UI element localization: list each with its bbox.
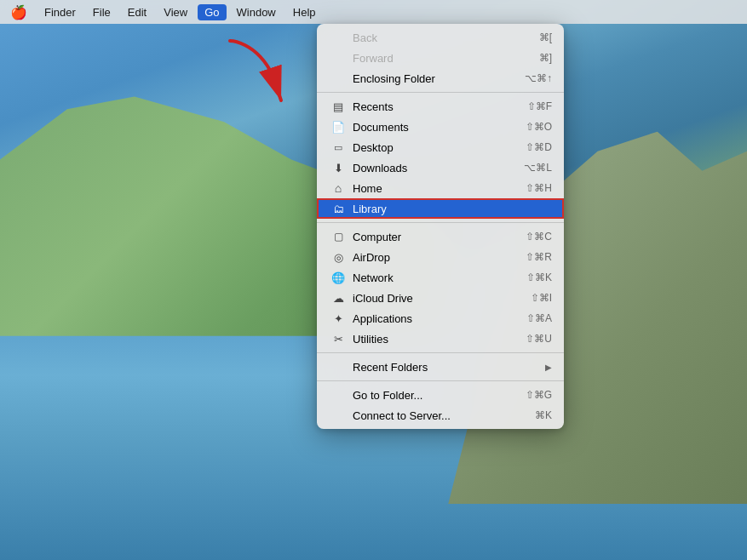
menu-item-desktop[interactable]: ▭ Desktop ⇧⌘D xyxy=(317,137,564,157)
airdrop-shortcut: ⇧⌘R xyxy=(526,251,552,263)
library-icon: 🗂 xyxy=(329,203,348,215)
separator-2 xyxy=(317,222,564,223)
documents-label: Documents xyxy=(353,121,526,134)
connect-server-shortcut: ⌘K xyxy=(535,409,552,421)
airdrop-label: AirDrop xyxy=(353,251,526,264)
go-to-folder-shortcut: ⇧⌘G xyxy=(526,389,552,401)
menu-item-go-to-folder[interactable]: Go to Folder... ⇧⌘G xyxy=(317,385,564,405)
recents-icon: ▤ xyxy=(329,100,348,113)
separator-3 xyxy=(317,352,564,353)
downloads-shortcut: ⌥⌘L xyxy=(524,162,552,174)
menu-item-icloud[interactable]: ☁ iCloud Drive ⇧⌘I xyxy=(317,288,564,308)
menu-item-applications[interactable]: ✦ Applications ⇧⌘A xyxy=(317,308,564,329)
menubar-window[interactable]: Window xyxy=(230,4,283,20)
menubar-edit[interactable]: Edit xyxy=(121,4,153,20)
enclosing-shortcut: ⌥⌘↑ xyxy=(525,72,552,84)
computer-shortcut: ⇧⌘C xyxy=(526,231,552,243)
home-shortcut: ⇧⌘H xyxy=(526,182,552,194)
separator-1 xyxy=(317,92,564,93)
menubar-help[interactable]: Help xyxy=(286,4,323,20)
downloads-label: Downloads xyxy=(353,162,524,174)
separator-4 xyxy=(317,380,564,381)
network-label: Network xyxy=(353,271,526,284)
menubar-view[interactable]: View xyxy=(157,4,194,20)
back-label: Back xyxy=(353,31,539,44)
desktop-label: Desktop xyxy=(353,141,526,154)
menubar: 🍎 Finder File Edit View Go Window Help xyxy=(0,0,747,24)
documents-shortcut: ⇧⌘O xyxy=(526,121,552,133)
menu-item-downloads[interactable]: ⬇ Downloads ⌥⌘L xyxy=(317,157,564,178)
home-label: Home xyxy=(353,182,526,195)
utilities-icon: ✂ xyxy=(329,333,348,346)
network-icon: 🌐 xyxy=(329,271,348,284)
downloads-icon: ⬇ xyxy=(329,162,348,174)
menu-item-recent-folders[interactable]: Recent Folders xyxy=(317,357,564,377)
computer-label: Computer xyxy=(353,231,526,243)
menubar-go[interactable]: Go xyxy=(198,4,226,20)
menu-item-enclosing[interactable]: Enclosing Folder ⌥⌘↑ xyxy=(317,68,564,89)
icloud-icon: ☁ xyxy=(329,292,348,305)
forward-label: Forward xyxy=(353,52,539,65)
apple-menu[interactable]: 🍎 xyxy=(10,4,27,20)
recents-shortcut: ⇧⌘F xyxy=(527,100,552,112)
library-label: Library xyxy=(353,203,552,215)
utilities-label: Utilities xyxy=(353,333,526,346)
menu-item-library[interactable]: 🗂 Library xyxy=(317,198,564,219)
applications-icon: ✦ xyxy=(329,312,348,325)
airdrop-icon: ◎ xyxy=(329,251,348,264)
menu-item-utilities[interactable]: ✂ Utilities ⇧⌘U xyxy=(317,329,564,349)
utilities-shortcut: ⇧⌘U xyxy=(526,333,552,345)
recent-folders-label: Recent Folders xyxy=(353,361,542,374)
connect-server-label: Connect to Server... xyxy=(353,409,535,422)
network-shortcut: ⇧⌘K xyxy=(526,271,552,283)
menubar-file[interactable]: File xyxy=(86,4,118,20)
back-shortcut: ⌘[ xyxy=(539,31,552,43)
go-to-folder-label: Go to Folder... xyxy=(353,389,526,402)
applications-shortcut: ⇧⌘A xyxy=(526,312,552,324)
menu-item-documents[interactable]: 📄 Documents ⇧⌘O xyxy=(317,117,564,137)
enclosing-label: Enclosing Folder xyxy=(353,72,525,85)
menu-item-forward[interactable]: Forward ⌘] xyxy=(317,48,564,68)
icloud-label: iCloud Drive xyxy=(353,292,531,305)
menu-item-back[interactable]: Back ⌘[ xyxy=(317,27,564,48)
menu-item-network[interactable]: 🌐 Network ⇧⌘K xyxy=(317,267,564,288)
desktop-shortcut: ⇧⌘D xyxy=(526,141,552,153)
menubar-finder[interactable]: Finder xyxy=(37,4,83,20)
icloud-shortcut: ⇧⌘I xyxy=(531,292,552,304)
menu-item-recents[interactable]: ▤ Recents ⇧⌘F xyxy=(317,96,564,117)
forward-shortcut: ⌘] xyxy=(539,52,552,64)
menu-item-airdrop[interactable]: ◎ AirDrop ⇧⌘R xyxy=(317,247,564,267)
applications-label: Applications xyxy=(353,312,526,325)
menu-item-home[interactable]: ⌂ Home ⇧⌘H xyxy=(317,178,564,198)
recents-label: Recents xyxy=(353,100,527,113)
menu-item-computer[interactable]: ▢ Computer ⇧⌘C xyxy=(317,226,564,247)
home-icon: ⌂ xyxy=(329,181,348,195)
computer-icon: ▢ xyxy=(329,231,348,243)
desktop-icon: ▭ xyxy=(329,142,348,153)
menu-item-connect-server[interactable]: Connect to Server... ⌘K xyxy=(317,405,564,426)
go-menu-dropdown: Back ⌘[ Forward ⌘] Enclosing Folder ⌥⌘↑ … xyxy=(317,24,564,429)
documents-icon: 📄 xyxy=(329,121,348,134)
